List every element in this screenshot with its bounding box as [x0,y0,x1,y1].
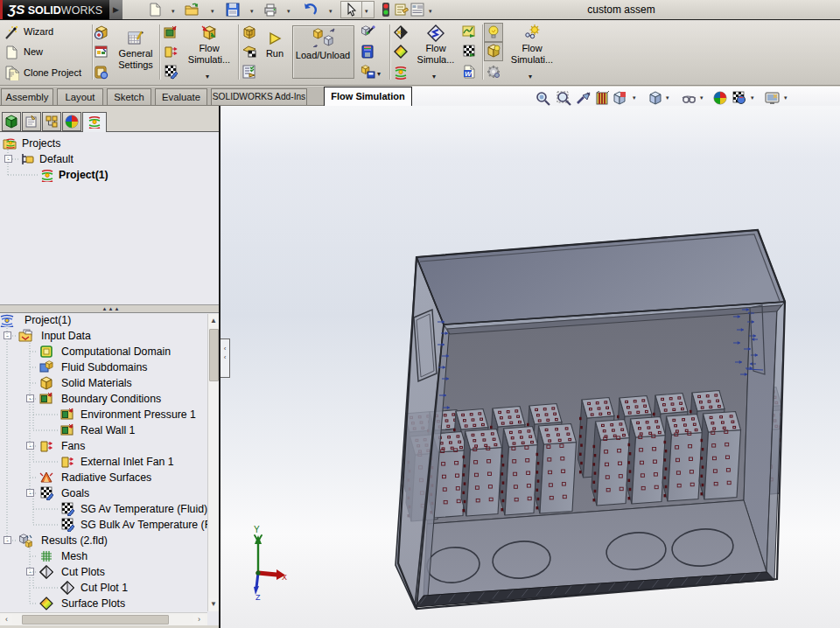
svg-text:X: X [282,573,287,582]
svg-text:Y: Y [254,525,260,534]
svg-text:Z: Z [256,593,261,602]
